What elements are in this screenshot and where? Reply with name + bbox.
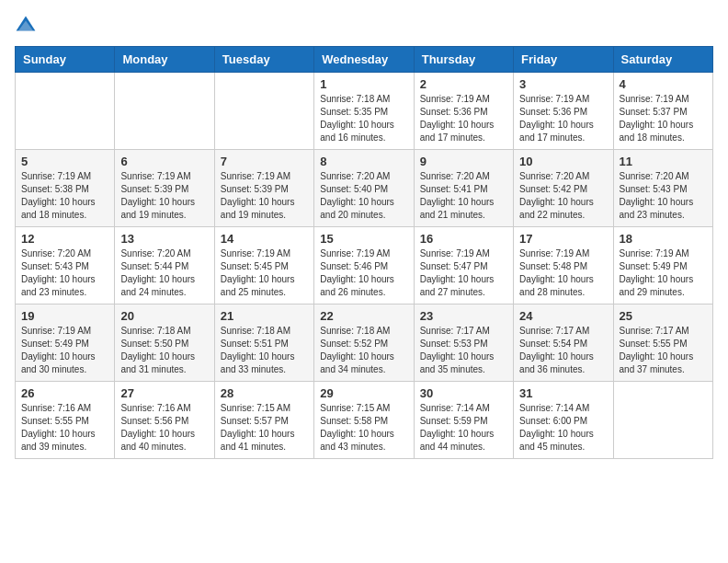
day-info: Sunrise: 7:19 AM Sunset: 5:36 PM Dayligh… [519, 93, 607, 144]
day-info: Sunrise: 7:19 AM Sunset: 5:45 PM Dayligh… [221, 247, 308, 299]
day-info: Sunrise: 7:20 AM Sunset: 5:42 PM Dayligh… [519, 170, 607, 222]
weekday-header-row: SundayMondayTuesdayWednesdayThursdayFrid… [16, 47, 713, 73]
day-info: Sunrise: 7:19 AM Sunset: 5:37 PM Dayligh… [620, 93, 707, 144]
day-number: 6 [120, 155, 208, 168]
logo [15, 15, 40, 37]
calendar-cell: 16Sunrise: 7:19 AM Sunset: 5:47 PM Dayli… [414, 227, 513, 304]
weekday-saturday: Saturday [613, 47, 712, 73]
calendar-cell: 31Sunrise: 7:14 AM Sunset: 6:00 PM Dayli… [514, 382, 613, 459]
calendar-cell: 30Sunrise: 7:14 AM Sunset: 5:59 PM Dayli… [414, 382, 513, 459]
day-number: 2 [420, 77, 507, 91]
week-row-1: 1Sunrise: 7:18 AM Sunset: 5:35 PM Daylig… [16, 73, 713, 150]
day-info: Sunrise: 7:19 AM Sunset: 5:48 PM Dayligh… [519, 247, 607, 299]
day-number: 11 [620, 155, 707, 168]
calendar-cell: 24Sunrise: 7:17 AM Sunset: 5:54 PM Dayli… [514, 304, 613, 382]
logo-icon [15, 15, 37, 37]
week-row-2: 5Sunrise: 7:19 AM Sunset: 5:38 PM Daylig… [16, 150, 713, 227]
calendar-cell: 1Sunrise: 7:18 AM Sunset: 5:35 PM Daylig… [314, 73, 414, 150]
day-info: Sunrise: 7:18 AM Sunset: 5:50 PM Dayligh… [120, 325, 208, 376]
calendar-cell: 21Sunrise: 7:18 AM Sunset: 5:51 PM Dayli… [214, 304, 313, 382]
calendar-cell: 17Sunrise: 7:19 AM Sunset: 5:48 PM Dayli… [514, 227, 613, 304]
calendar-cell [16, 73, 115, 150]
day-number: 7 [221, 155, 308, 168]
day-info: Sunrise: 7:19 AM Sunset: 5:38 PM Dayligh… [21, 170, 108, 222]
day-number: 3 [519, 77, 607, 91]
day-info: Sunrise: 7:19 AM Sunset: 5:46 PM Dayligh… [320, 247, 407, 299]
weekday-sunday: Sunday [16, 47, 115, 73]
day-info: Sunrise: 7:19 AM Sunset: 5:47 PM Dayligh… [420, 247, 507, 299]
day-number: 10 [519, 155, 607, 168]
day-info: Sunrise: 7:14 AM Sunset: 5:59 PM Dayligh… [420, 402, 507, 454]
day-number: 12 [21, 232, 108, 246]
day-info: Sunrise: 7:19 AM Sunset: 5:36 PM Dayligh… [420, 93, 507, 144]
day-number: 5 [21, 155, 108, 168]
calendar-cell [613, 382, 712, 459]
calendar-cell: 18Sunrise: 7:19 AM Sunset: 5:49 PM Dayli… [613, 227, 712, 304]
calendar-cell: 5Sunrise: 7:19 AM Sunset: 5:38 PM Daylig… [16, 150, 115, 227]
day-number: 9 [420, 155, 507, 168]
day-info: Sunrise: 7:16 AM Sunset: 5:56 PM Dayligh… [120, 402, 208, 454]
day-info: Sunrise: 7:15 AM Sunset: 5:57 PM Dayligh… [221, 402, 308, 454]
weekday-thursday: Thursday [414, 47, 513, 73]
calendar-cell: 26Sunrise: 7:16 AM Sunset: 5:55 PM Dayli… [16, 382, 115, 459]
day-number: 14 [221, 232, 308, 246]
day-info: Sunrise: 7:17 AM Sunset: 5:53 PM Dayligh… [420, 325, 507, 376]
day-info: Sunrise: 7:17 AM Sunset: 5:54 PM Dayligh… [519, 325, 607, 376]
calendar-cell: 3Sunrise: 7:19 AM Sunset: 5:36 PM Daylig… [514, 73, 613, 150]
calendar-cell: 2Sunrise: 7:19 AM Sunset: 5:36 PM Daylig… [414, 73, 513, 150]
week-row-3: 12Sunrise: 7:20 AM Sunset: 5:43 PM Dayli… [16, 227, 713, 304]
day-info: Sunrise: 7:19 AM Sunset: 5:39 PM Dayligh… [221, 170, 308, 222]
day-number: 30 [420, 386, 507, 400]
calendar-cell: 9Sunrise: 7:20 AM Sunset: 5:41 PM Daylig… [414, 150, 513, 227]
day-number: 23 [420, 309, 507, 323]
day-info: Sunrise: 7:20 AM Sunset: 5:43 PM Dayligh… [21, 247, 108, 299]
day-info: Sunrise: 7:18 AM Sunset: 5:52 PM Dayligh… [320, 325, 407, 376]
page-header [15, 15, 713, 37]
day-info: Sunrise: 7:19 AM Sunset: 5:49 PM Dayligh… [620, 247, 707, 299]
week-row-5: 26Sunrise: 7:16 AM Sunset: 5:55 PM Dayli… [16, 382, 713, 459]
day-info: Sunrise: 7:15 AM Sunset: 5:58 PM Dayligh… [320, 402, 407, 454]
day-info: Sunrise: 7:17 AM Sunset: 5:55 PM Dayligh… [620, 325, 707, 376]
calendar-cell: 28Sunrise: 7:15 AM Sunset: 5:57 PM Dayli… [214, 382, 313, 459]
calendar-cell: 6Sunrise: 7:19 AM Sunset: 5:39 PM Daylig… [115, 150, 214, 227]
day-number: 1 [320, 77, 407, 91]
day-number: 15 [320, 232, 407, 246]
day-info: Sunrise: 7:19 AM Sunset: 5:39 PM Dayligh… [120, 170, 208, 222]
day-number: 29 [320, 386, 407, 400]
calendar-cell: 19Sunrise: 7:19 AM Sunset: 5:49 PM Dayli… [16, 304, 115, 382]
day-number: 28 [221, 386, 308, 400]
day-number: 27 [120, 386, 208, 400]
day-number: 16 [420, 232, 507, 246]
calendar-cell: 11Sunrise: 7:20 AM Sunset: 5:43 PM Dayli… [613, 150, 712, 227]
day-number: 19 [21, 309, 108, 323]
calendar-cell: 25Sunrise: 7:17 AM Sunset: 5:55 PM Dayli… [613, 304, 712, 382]
day-number: 18 [620, 232, 707, 246]
calendar-cell: 14Sunrise: 7:19 AM Sunset: 5:45 PM Dayli… [214, 227, 313, 304]
calendar-cell: 8Sunrise: 7:20 AM Sunset: 5:40 PM Daylig… [314, 150, 414, 227]
day-info: Sunrise: 7:20 AM Sunset: 5:43 PM Dayligh… [620, 170, 707, 222]
day-number: 20 [120, 309, 208, 323]
day-info: Sunrise: 7:19 AM Sunset: 5:49 PM Dayligh… [21, 325, 108, 376]
calendar-table: SundayMondayTuesdayWednesdayThursdayFrid… [15, 46, 713, 459]
day-number: 4 [620, 77, 707, 91]
day-number: 17 [519, 232, 607, 246]
calendar-cell: 12Sunrise: 7:20 AM Sunset: 5:43 PM Dayli… [16, 227, 115, 304]
calendar-cell: 10Sunrise: 7:20 AM Sunset: 5:42 PM Dayli… [514, 150, 613, 227]
weekday-tuesday: Tuesday [214, 47, 313, 73]
day-number: 21 [221, 309, 308, 323]
day-info: Sunrise: 7:14 AM Sunset: 6:00 PM Dayligh… [519, 402, 607, 454]
day-number: 13 [120, 232, 208, 246]
week-row-4: 19Sunrise: 7:19 AM Sunset: 5:49 PM Dayli… [16, 304, 713, 382]
day-info: Sunrise: 7:16 AM Sunset: 5:55 PM Dayligh… [21, 402, 108, 454]
calendar-cell: 22Sunrise: 7:18 AM Sunset: 5:52 PM Dayli… [314, 304, 414, 382]
day-info: Sunrise: 7:18 AM Sunset: 5:51 PM Dayligh… [221, 325, 308, 376]
day-info: Sunrise: 7:20 AM Sunset: 5:44 PM Dayligh… [120, 247, 208, 299]
calendar-cell: 27Sunrise: 7:16 AM Sunset: 5:56 PM Dayli… [115, 382, 214, 459]
calendar-cell: 20Sunrise: 7:18 AM Sunset: 5:50 PM Dayli… [115, 304, 214, 382]
day-info: Sunrise: 7:20 AM Sunset: 5:41 PM Dayligh… [420, 170, 507, 222]
day-number: 26 [21, 386, 108, 400]
weekday-wednesday: Wednesday [314, 47, 414, 73]
calendar-cell: 23Sunrise: 7:17 AM Sunset: 5:53 PM Dayli… [414, 304, 513, 382]
day-number: 31 [519, 386, 607, 400]
day-info: Sunrise: 7:18 AM Sunset: 5:35 PM Dayligh… [320, 93, 407, 144]
